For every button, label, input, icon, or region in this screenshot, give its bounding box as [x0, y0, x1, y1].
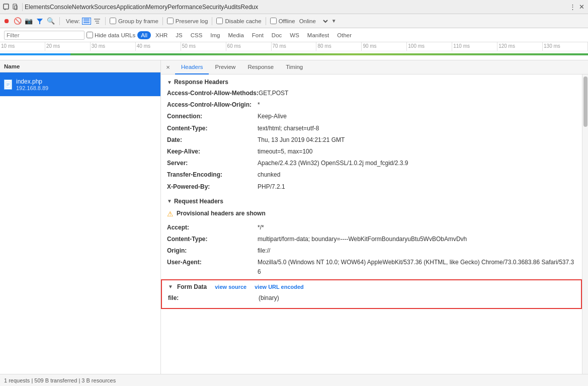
timeline-tick: 40 ms	[136, 42, 181, 51]
form-field-key: file:	[168, 293, 259, 303]
svg-rect-8	[94, 19, 100, 20]
collapse-form-data-icon[interactable]: ▼	[168, 284, 173, 289]
filter-input[interactable]	[4, 31, 85, 40]
tab-audits[interactable]: Audits	[224, 4, 240, 11]
camera-button[interactable]: 📷	[24, 17, 33, 26]
list-view-icon[interactable]	[82, 18, 91, 25]
header-key: Origin:	[167, 246, 258, 256]
svg-rect-10	[96, 23, 99, 24]
request-item-name: index.php	[16, 78, 48, 85]
request-list: index.php 192.168.8.89	[0, 72, 160, 374]
req-header-origin: Origin: file://	[167, 246, 576, 256]
tab-security[interactable]: Security	[202, 4, 224, 11]
header-value: PHP/7.2.1	[258, 182, 285, 192]
view-url-encoded-link[interactable]: view URL encoded	[255, 284, 304, 290]
right-panel-scrollbar[interactable]	[582, 74, 588, 374]
stop-recording-button[interactable]: 🚫	[13, 17, 22, 26]
req-header-content-type: Content-Type: multipart/form-data; bound…	[167, 235, 576, 244]
filter-type-media[interactable]: Media	[225, 31, 247, 39]
record-button[interactable]: ⏺	[2, 17, 11, 26]
tab-preview[interactable]: Preview	[209, 60, 241, 74]
throttle-dropdown-icon[interactable]: ▼	[331, 18, 337, 24]
group-by-frame-checkbox[interactable]: Group by frame	[110, 18, 158, 24]
hide-data-urls-checkbox[interactable]: Hide data URLs	[87, 32, 135, 38]
headers-content: ▼ Response Headers Access-Control-Allow-…	[161, 74, 582, 374]
toolbar-sep-3	[162, 17, 163, 25]
header-row-connection: Connection: Keep-Alive	[167, 112, 576, 121]
filter-button[interactable]	[35, 17, 44, 26]
filter-type-doc[interactable]: Doc	[268, 31, 285, 39]
inspect-element-icon[interactable]	[2, 3, 11, 12]
headers-wrapper: ▼ Response Headers Access-Control-Allow-…	[161, 74, 588, 374]
header-row-transfer-encoding: Transfer-Encoding: chunked	[167, 170, 576, 180]
more-tabs-icon[interactable]: ⋮	[568, 3, 577, 12]
throttle-select[interactable]: Online Fast 3G Slow 3G Offline	[297, 18, 329, 25]
header-value: Thu, 13 Jun 2019 04:21:21 GMT	[258, 135, 345, 145]
preserve-log-checkbox[interactable]: Preserve log	[167, 18, 208, 24]
header-key: Access-Control-Allow-Origin:	[167, 100, 258, 110]
device-toolbar-icon[interactable]	[11, 3, 20, 12]
offline-checkbox[interactable]: Offline	[270, 18, 295, 24]
form-field-value: (binary)	[259, 293, 279, 303]
detail-tabs: × Headers Preview Response Timing	[161, 60, 588, 74]
waterfall-view-icon[interactable]	[93, 17, 101, 25]
request-item-url: 192.168.8.89	[16, 85, 48, 91]
header-key: Transfer-Encoding:	[167, 170, 258, 180]
filter-type-img[interactable]: Img	[207, 31, 223, 39]
devtools-tab-bar: Elements Console Network Sources Applica…	[0, 0, 588, 14]
timeline-tick: 90 ms	[362, 42, 407, 51]
filter-type-ws[interactable]: WS	[286, 31, 303, 39]
search-button[interactable]: 🔍	[46, 17, 55, 26]
tab-redux[interactable]: Redux	[241, 4, 259, 11]
filter-type-other[interactable]: Other	[333, 31, 355, 39]
timeline-tick: 120 ms	[497, 42, 543, 51]
tab-sources[interactable]: Sources	[94, 4, 116, 11]
filter-type-xhr[interactable]: XHR	[152, 31, 171, 39]
filter-type-css[interactable]: CSS	[187, 31, 206, 39]
header-row-content-type: Content-Type: text/html; charset=utf-8	[167, 124, 576, 133]
filter-type-all[interactable]: All	[137, 31, 151, 39]
header-value: multipart/form-data; boundary=----WebKit…	[258, 235, 467, 244]
timeline-ticks: 10 ms20 ms30 ms40 ms50 ms60 ms70 ms80 ms…	[0, 42, 588, 51]
header-row-acao: Access-Control-Allow-Origin: *	[167, 100, 576, 110]
tab-application[interactable]: Application	[116, 4, 146, 11]
form-data-title: ▼ Form Data view source view URL encoded	[168, 283, 575, 290]
header-value: Apache/2.4.23 (Win32) OpenSSL/1.0.2j mod…	[258, 159, 408, 168]
timeline-tick: 110 ms	[452, 42, 497, 51]
header-key: Server:	[167, 159, 258, 168]
warning-icon: ⚠	[167, 210, 174, 218]
tab-separator	[22, 3, 23, 11]
file-icon	[4, 80, 12, 90]
tab-console[interactable]: Console	[50, 4, 72, 11]
header-key: Keep-Alive:	[167, 147, 258, 157]
tab-response[interactable]: Response	[241, 60, 280, 74]
filter-type-manifest[interactable]: Manifest	[304, 31, 332, 39]
timeline-tick: 70 ms	[272, 42, 317, 51]
tab-memory[interactable]: Memory	[146, 4, 167, 11]
req-header-accept: Accept: */*	[167, 223, 576, 233]
tab-headers[interactable]: Headers	[175, 60, 209, 74]
close-detail-button[interactable]: ×	[163, 62, 173, 72]
filter-type-font[interactable]: Font	[248, 31, 267, 39]
timeline-tick: 50 ms	[181, 42, 226, 51]
tab-network[interactable]: Network	[72, 4, 94, 11]
request-item[interactable]: index.php 192.168.8.89	[0, 72, 160, 97]
disable-cache-checkbox[interactable]: Disable cache	[216, 18, 261, 24]
main-area: Name index.php 192.168.8.89 × Headers Pr…	[0, 60, 588, 374]
header-key: Connection:	[167, 112, 258, 121]
toolbar-sep-4	[212, 17, 212, 25]
svg-rect-9	[95, 21, 99, 22]
view-source-link[interactable]: view source	[215, 284, 246, 290]
tab-elements[interactable]: Elements	[25, 4, 50, 11]
header-value: GET,POST	[259, 89, 288, 98]
filter-type-js[interactable]: JS	[172, 31, 186, 39]
timeline-green-bar	[0, 53, 588, 55]
scrollbar-thumb[interactable]	[583, 76, 587, 127]
timeline-content	[0, 51, 588, 60]
collapse-response-icon[interactable]: ▼	[167, 80, 172, 85]
tab-timing[interactable]: Timing	[280, 60, 309, 74]
collapse-request-icon[interactable]: ▼	[167, 198, 172, 204]
close-devtools-icon[interactable]: ✕	[577, 3, 586, 12]
timeline-bar[interactable]: 10 ms20 ms30 ms40 ms50 ms60 ms70 ms80 ms…	[0, 42, 588, 60]
tab-performance[interactable]: Performance	[167, 4, 202, 11]
